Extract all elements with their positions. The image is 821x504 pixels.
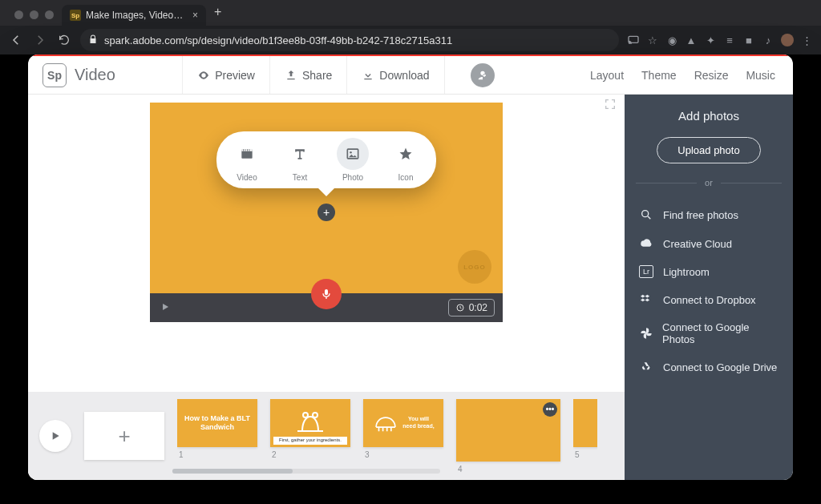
sidebar-title: Add photos (636, 109, 782, 123)
insert-photo-button[interactable]: Photo (337, 138, 369, 182)
find-free-photos[interactable]: Find free photos (636, 200, 782, 229)
stage: Video Text Photo (150, 103, 503, 322)
slide-thumb-5[interactable] (573, 399, 597, 447)
brand: Sp Video (28, 63, 130, 87)
menu-icon[interactable]: ⋮ (800, 34, 813, 46)
slide-canvas[interactable]: Video Text Photo (150, 103, 503, 293)
ext-icon-1[interactable]: ◉ (665, 34, 678, 46)
window-controls[interactable] (6, 10, 62, 26)
play-all-button[interactable] (39, 420, 71, 452)
reload-button[interactable] (56, 32, 72, 48)
google-photos-source[interactable]: Connect to Google Photos (636, 314, 782, 353)
google-drive-source[interactable]: Connect to Google Drive (636, 353, 782, 381)
lock-icon (88, 34, 98, 46)
share-button[interactable]: Share (269, 56, 346, 94)
add-slide-button[interactable]: + (84, 412, 164, 460)
svg-point-11 (313, 413, 317, 417)
fullscreen-icon[interactable] (604, 98, 617, 114)
logo-badge[interactable]: LOGO (458, 250, 491, 284)
timeline-scrollbar[interactable] (172, 469, 440, 474)
creative-cloud-icon (639, 236, 653, 251)
download-button[interactable]: Download (346, 56, 443, 94)
invite-button[interactable] (444, 56, 520, 94)
ext-icon-4[interactable]: ≡ (723, 34, 736, 46)
ext-icon-6[interactable]: ♪ (762, 34, 774, 46)
google-photos-icon (639, 326, 653, 341)
ext-icon-3[interactable]: ✦ (704, 34, 717, 46)
insert-icon-button[interactable]: Icon (390, 138, 422, 182)
add-content-button[interactable]: + (317, 204, 335, 221)
insert-toolbar: Video Text Photo (216, 131, 436, 188)
url-text: spark.adobe.com/sp/design/video/b1f3ee8b… (104, 34, 452, 46)
slide-thumb-3[interactable]: You will need bread, (363, 399, 443, 447)
music-menu[interactable]: Music (746, 69, 775, 82)
product-label: Video (75, 66, 115, 84)
address-bar[interactable]: spark.adobe.com/sp/design/video/b1f3ee8b… (80, 29, 619, 51)
new-tab-button[interactable]: + (206, 0, 229, 26)
spark-favicon-icon: Sp (70, 10, 81, 21)
sidebar: Add photos Upload photo or Find free pho… (625, 95, 793, 480)
slide-thumb-2[interactable]: First, gather your ingredients. (270, 399, 350, 447)
close-tab-icon[interactable]: × (192, 10, 198, 20)
dropbox-source[interactable]: Connect to Dropbox (636, 285, 782, 314)
creative-cloud-source[interactable]: Creative Cloud (636, 229, 782, 258)
player-bar: 0:02 (150, 293, 503, 322)
layout-menu[interactable]: Layout (590, 69, 624, 82)
ext-icon-5[interactable]: ■ (742, 34, 755, 46)
forward-button[interactable] (32, 32, 48, 48)
theme-menu[interactable]: Theme (641, 69, 677, 82)
or-divider: or (636, 178, 782, 187)
dropbox-icon (639, 292, 653, 307)
resize-menu[interactable]: Resize (694, 69, 729, 82)
slide-options-icon[interactable]: ••• (543, 402, 557, 417)
browser-tab[interactable]: Sp Make Images, Videos and Web S × (62, 5, 206, 26)
insert-video-button[interactable]: Video (231, 138, 263, 182)
ext-icon-2[interactable]: ▲ (685, 34, 698, 46)
tab-title: Make Images, Videos and Web S (86, 10, 188, 21)
google-drive-icon (639, 360, 653, 374)
cast-icon[interactable] (627, 34, 640, 46)
lightroom-icon: Lr (639, 265, 653, 278)
slide-thumb-1[interactable]: How to Make a BLT Sandwich (177, 399, 257, 447)
svg-rect-4 (245, 149, 246, 151)
svg-point-8 (350, 151, 352, 154)
timeline: + How to Make a BLT Sandwich 1 First, ga… (28, 392, 625, 480)
svg-point-10 (303, 413, 308, 417)
star-icon[interactable]: ☆ (646, 34, 659, 46)
svg-rect-6 (249, 149, 250, 151)
slide-thumb-4[interactable]: ••• (456, 399, 560, 462)
preview-button[interactable]: Preview (182, 56, 269, 94)
profile-avatar[interactable] (781, 34, 794, 46)
slide-duration[interactable]: 0:02 (448, 299, 495, 317)
back-button[interactable] (8, 32, 24, 48)
lightroom-source[interactable]: Lr Lightroom (636, 258, 782, 285)
upload-photo-button[interactable]: Upload photo (657, 137, 761, 163)
spark-logo-icon: Sp (42, 63, 67, 87)
svg-rect-5 (247, 149, 248, 151)
record-voiceover-button[interactable] (311, 279, 342, 309)
svg-point-13 (642, 211, 649, 217)
search-icon (639, 208, 653, 222)
insert-text-button[interactable]: Text (284, 138, 316, 182)
svg-rect-3 (243, 149, 244, 151)
play-slide-button[interactable] (150, 301, 180, 315)
